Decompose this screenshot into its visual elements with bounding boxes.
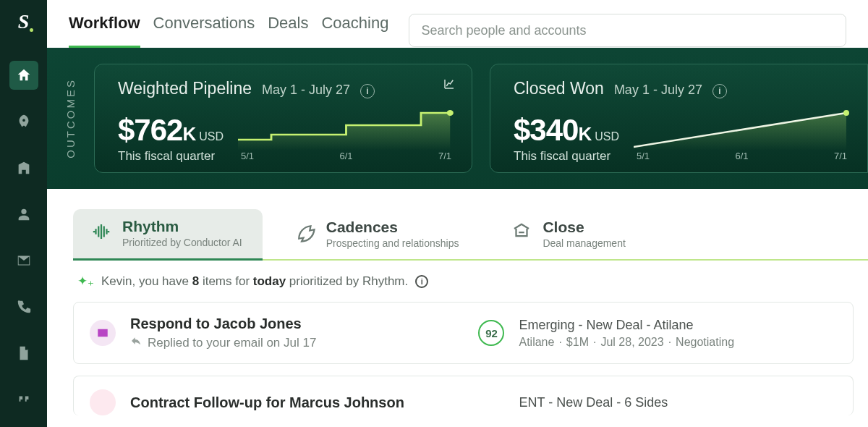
- nav-coaching[interactable]: Coaching: [321, 14, 388, 48]
- card-date-range: May 1 - July 27: [614, 83, 702, 98]
- tab-title: Rhythm: [122, 218, 242, 235]
- mail-icon: [96, 326, 109, 339]
- deal-name: Emerging - New Deal - Atilane: [519, 318, 837, 333]
- card-subtitle: This fiscal quarter: [118, 149, 224, 164]
- tick: 5/1: [241, 151, 254, 161]
- tick: 6/1: [339, 151, 352, 161]
- summary-line: ✦₊ Kevin, you have 8 items for today pri…: [73, 261, 868, 302]
- reply-icon: [130, 335, 142, 350]
- tick: 7/1: [834, 151, 847, 161]
- pipeline-sparkline: 5/1 6/1 7/1: [238, 107, 454, 164]
- summary-today: today: [253, 274, 286, 288]
- info-icon[interactable]: i: [712, 84, 727, 98]
- subtabs: Rhythm Prioritized by Conductor AI Caden…: [73, 209, 868, 261]
- summary-mid: items for: [199, 274, 253, 288]
- svg-point-1: [843, 110, 849, 116]
- task-title: Respond to Jacob Jones: [130, 316, 464, 332]
- tab-rhythm[interactable]: Rhythm Prioritized by Conductor AI: [73, 209, 263, 261]
- building-icon: [16, 160, 32, 176]
- card-unit: K: [182, 123, 196, 145]
- deal-meta: Atilane·$1M·Jul 28, 2023·Negotiating: [519, 336, 837, 349]
- card-subtitle: This fiscal quarter: [514, 149, 619, 164]
- nav-workflow[interactable]: Workflow: [69, 14, 140, 48]
- card-currency: USD: [199, 130, 224, 143]
- info-icon[interactable]: i: [415, 275, 428, 288]
- task-meta: Replied to your email on Jul 17: [148, 336, 316, 350]
- card-title: Closed Won: [514, 79, 604, 98]
- email-icon: [16, 253, 32, 269]
- card-date-range: May 1 - July 27: [262, 83, 350, 98]
- tab-cadences[interactable]: Cadences Prospecting and relationships: [277, 209, 480, 259]
- tab-subtitle: Deal management: [542, 237, 625, 249]
- cadences-icon: [294, 221, 316, 246]
- task-type-icon: [90, 320, 116, 346]
- task-title: Contract Follow-up for Marcus Johnson: [130, 394, 464, 411]
- tick: 6/1: [735, 151, 748, 161]
- sidebar-item-rocket[interactable]: [9, 107, 38, 136]
- sidebar-item-phone[interactable]: [9, 292, 38, 321]
- tab-subtitle: Prospecting and relationships: [326, 237, 459, 249]
- home-icon: [16, 67, 32, 83]
- document-icon: [16, 345, 32, 361]
- summary-prefix: Kevin, you have: [101, 274, 192, 288]
- deal-name: ENT - New Deal - 6 Sides: [519, 395, 837, 410]
- logo: S: [18, 10, 30, 33]
- tab-title: Close: [542, 219, 625, 236]
- sidebar-item-email[interactable]: [9, 246, 38, 275]
- tick: 5/1: [637, 151, 650, 161]
- nav-deals[interactable]: Deals: [268, 14, 308, 48]
- tick: 7/1: [438, 151, 451, 161]
- sidebar-item-quotes[interactable]: [9, 385, 38, 414]
- close-tab-icon: [511, 221, 532, 246]
- summary-suffix: prioritized by Rhythm.: [286, 274, 408, 288]
- phone-icon: [16, 299, 32, 315]
- task-card[interactable]: Respond to Jacob Jones Replied to your e…: [73, 302, 854, 364]
- tab-title: Cadences: [326, 219, 459, 236]
- info-icon[interactable]: i: [360, 84, 375, 98]
- task-type-icon: [90, 389, 116, 415]
- closed-won-card[interactable]: Closed Won May 1 - July 27 i $340KUSD Th…: [490, 64, 868, 173]
- outcomes-band: OUTCOMES Weighted Pipeline May 1 - July …: [47, 48, 868, 189]
- tab-close[interactable]: Close Deal management: [493, 209, 645, 259]
- person-icon: [16, 206, 32, 222]
- sidebar-item-accounts[interactable]: [9, 153, 38, 182]
- card-value: $340: [514, 113, 578, 147]
- nav-conversations[interactable]: Conversations: [153, 14, 255, 48]
- closedwon-sparkline: 5/1 6/1 7/1: [634, 107, 850, 164]
- card-unit: K: [578, 123, 592, 145]
- tab-subtitle: Prioritized by Conductor AI: [122, 237, 242, 248]
- top-nav: Workflow Conversations Deals Coaching: [69, 14, 388, 48]
- outcomes-label: OUTCOMES: [64, 78, 77, 158]
- sparkle-icon: ✦₊: [77, 274, 94, 289]
- sidebar-item-people[interactable]: [9, 200, 38, 229]
- card-currency: USD: [595, 130, 619, 143]
- task-score: 92: [478, 320, 504, 346]
- content-area: Rhythm Prioritized by Conductor AI Caden…: [47, 189, 868, 427]
- rhythm-icon: [90, 221, 112, 245]
- card-title: Weighted Pipeline: [118, 79, 252, 98]
- sidebar: S: [0, 0, 47, 427]
- topbar: Workflow Conversations Deals Coaching: [47, 0, 868, 48]
- search-input[interactable]: [409, 14, 846, 47]
- card-value: $762: [118, 113, 182, 147]
- weighted-pipeline-card[interactable]: Weighted Pipeline May 1 - July 27 i $762…: [94, 64, 472, 173]
- chart-icon[interactable]: [443, 77, 456, 93]
- summary-count: 8: [192, 274, 199, 288]
- sidebar-item-home[interactable]: [9, 61, 38, 90]
- rocket-icon: [16, 114, 32, 130]
- quote-icon: [16, 392, 32, 407]
- svg-point-0: [447, 110, 454, 116]
- task-card[interactable]: Contract Follow-up for Marcus Johnson EN…: [73, 376, 854, 415]
- sidebar-item-document[interactable]: [9, 339, 38, 368]
